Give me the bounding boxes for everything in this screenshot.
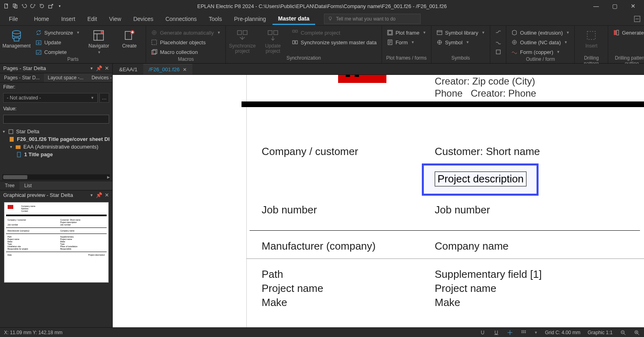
redo-icon[interactable] xyxy=(29,2,37,10)
project-icon xyxy=(8,129,14,134)
outline-ncdata-button[interactable]: Outline (NC data)▼ xyxy=(509,38,572,47)
connector-icon-3[interactable] xyxy=(493,48,504,56)
doctab-f26[interactable]: /F26_001.f26✕ xyxy=(143,64,193,74)
black-separator xyxy=(242,101,644,107)
tree-node-root[interactable]: Star Delta xyxy=(16,128,39,134)
close-panel-icon[interactable]: ✕ xyxy=(105,192,109,198)
macro-collection-button[interactable]: Macro collection xyxy=(149,48,223,56)
tell-me-search[interactable]: Tell me what you want to do xyxy=(324,14,421,24)
menu-devices[interactable]: Devices xyxy=(128,13,159,25)
menu-masterdata[interactable]: Master data xyxy=(272,13,315,25)
symbol-library-button[interactable]: Symbol library▼ xyxy=(434,28,487,37)
outline-extrusion-button[interactable]: Outline (extrusion)▼ xyxy=(509,28,572,37)
menu-edit[interactable]: Edit xyxy=(82,13,103,25)
copy-icon[interactable] xyxy=(11,2,19,10)
tree-node-titlepage[interactable]: 1 Title page xyxy=(24,151,53,157)
tree-node-eaa[interactable]: EAA (Administrative documents) xyxy=(23,144,98,150)
close-panel-icon[interactable]: ✕ xyxy=(105,65,109,71)
pin-icon[interactable]: 📌 xyxy=(96,192,102,198)
minimize-button[interactable]: — xyxy=(590,3,602,9)
close-button[interactable]: ✕ xyxy=(627,3,639,9)
inner-tab-pages[interactable]: Pages - Star D... xyxy=(0,73,44,82)
panel-menu-icon[interactable]: ▼ xyxy=(90,66,93,70)
update-project-button[interactable]: Update project xyxy=(259,27,287,54)
placeholder-objects-button[interactable]: Placeholder objects xyxy=(149,38,223,47)
form-copper-button[interactable]: Form (copper)▼ xyxy=(509,48,572,56)
doctab-eaa[interactable]: &EAA/1 xyxy=(114,64,143,74)
update-button[interactable]: Update xyxy=(33,38,82,47)
tree-collapse-icon[interactable]: ▾ xyxy=(9,145,13,149)
generate-auto-button[interactable]: Generate automatically▼ xyxy=(149,28,223,37)
value-input[interactable] xyxy=(3,115,109,124)
insert-drill-button[interactable]: Insert xyxy=(577,27,605,49)
preview-sheet[interactable]: Company nameAddressContact Company / cus… xyxy=(4,202,109,283)
generate-icon xyxy=(613,29,619,36)
menu-view[interactable]: View xyxy=(103,13,127,25)
group-label-parts: Parts xyxy=(2,56,143,62)
menu-preplanning[interactable]: Pre-planning xyxy=(228,13,271,25)
ribbon-collapse-icon[interactable] xyxy=(634,15,641,23)
chevron-down-icon[interactable]: ▼ xyxy=(534,331,538,335)
crosshair-icon[interactable] xyxy=(507,329,513,336)
menu-tools[interactable]: Tools xyxy=(203,13,228,25)
scroll-right-icon[interactable]: ▶ xyxy=(106,174,111,180)
plot-frame-button[interactable]: Plot frame▼ xyxy=(384,28,429,37)
generate-drill-button[interactable]: Generate▼ xyxy=(611,28,644,37)
connector-icon-2[interactable] xyxy=(493,38,504,47)
zoom-out-icon[interactable] xyxy=(620,329,626,336)
complete-project-button[interactable]: Complete project xyxy=(289,28,379,37)
export-icon[interactable] xyxy=(47,2,55,10)
filter-more-button[interactable]: … xyxy=(99,93,109,103)
snap-icon-1[interactable] xyxy=(479,329,486,336)
grid-icon[interactable] xyxy=(520,329,527,336)
tree-hscroll[interactable]: ◀▶ xyxy=(2,174,110,180)
make-left: Make xyxy=(262,296,287,309)
project-description-field[interactable]: Project description xyxy=(435,172,526,186)
refresh-icon[interactable] xyxy=(38,2,46,10)
divider-line-1 xyxy=(250,230,640,231)
status-grid: Grid C: 4.00 mm xyxy=(545,330,580,335)
zoom-in-icon[interactable] xyxy=(634,329,640,336)
statusbar: X: 11.09 mm Y: 142.18 mm ▼ Grid C: 4.00 … xyxy=(0,327,644,337)
page-icon xyxy=(16,152,22,157)
create-button[interactable]: Create xyxy=(115,27,143,49)
menu-home[interactable]: Home xyxy=(29,13,55,25)
new-icon[interactable] xyxy=(2,2,10,10)
form-button[interactable]: Form▼ xyxy=(384,38,429,47)
snap-icon-2[interactable] xyxy=(493,329,500,336)
inner-tab-layout[interactable]: Layout space -... xyxy=(44,73,88,82)
form-canvas[interactable]: ━▌▌ Creator: Zip code (City) Phone Creat… xyxy=(113,75,644,327)
group-label-plot: Plot frames / forms xyxy=(384,55,429,62)
connector-icon-1[interactable] xyxy=(493,28,504,37)
bottom-tab-tree[interactable]: Tree xyxy=(0,181,19,190)
maximize-button[interactable]: ▢ xyxy=(609,3,621,9)
chevron-down-icon: ▼ xyxy=(481,31,485,35)
synchronize-button[interactable]: Synchronize▼ xyxy=(33,28,82,37)
menu-insert[interactable]: Insert xyxy=(56,13,81,25)
bottom-tab-list[interactable]: List xyxy=(19,181,37,190)
group-label-drill-frame: Drilling pattern frame xyxy=(577,55,605,62)
tree-node-f26[interactable]: F26_001.f26 Title page/cover sheet DI xyxy=(17,136,109,142)
sync-master-button[interactable]: Synchronize system master data xyxy=(289,38,379,47)
navigator-button[interactable]: Navigator▼ xyxy=(85,27,113,54)
undo-icon[interactable] xyxy=(20,2,28,10)
menu-connections[interactable]: Connections xyxy=(160,13,202,25)
complete-button[interactable]: Complete xyxy=(33,48,82,56)
pin-icon[interactable]: 📌 xyxy=(96,65,102,71)
sync-project-button[interactable]: Synchronize project xyxy=(228,27,256,54)
scroll-thumb[interactable] xyxy=(3,175,27,179)
menu-file[interactable]: File xyxy=(3,13,24,25)
path-label: Path xyxy=(262,268,283,281)
project-name-left: Project name xyxy=(262,282,323,295)
management-button[interactable]: Management xyxy=(2,27,31,49)
tree-collapse-icon[interactable]: ▾ xyxy=(2,129,6,134)
filter-combo[interactable]: - Not activated -▼ xyxy=(3,93,98,103)
close-tab-icon[interactable]: ✕ xyxy=(183,67,187,72)
symbol-button[interactable]: Symbol▼ xyxy=(434,38,487,47)
svg-rect-23 xyxy=(274,31,278,35)
panel-menu-icon[interactable]: ▼ xyxy=(90,193,93,197)
qat-customize-icon[interactable]: ▾ xyxy=(56,2,64,10)
svg-rect-38 xyxy=(617,30,619,35)
sync-master-icon xyxy=(292,39,298,45)
pages-tree[interactable]: ▾Star Delta F26_001.f26 Title page/cover… xyxy=(0,125,112,174)
